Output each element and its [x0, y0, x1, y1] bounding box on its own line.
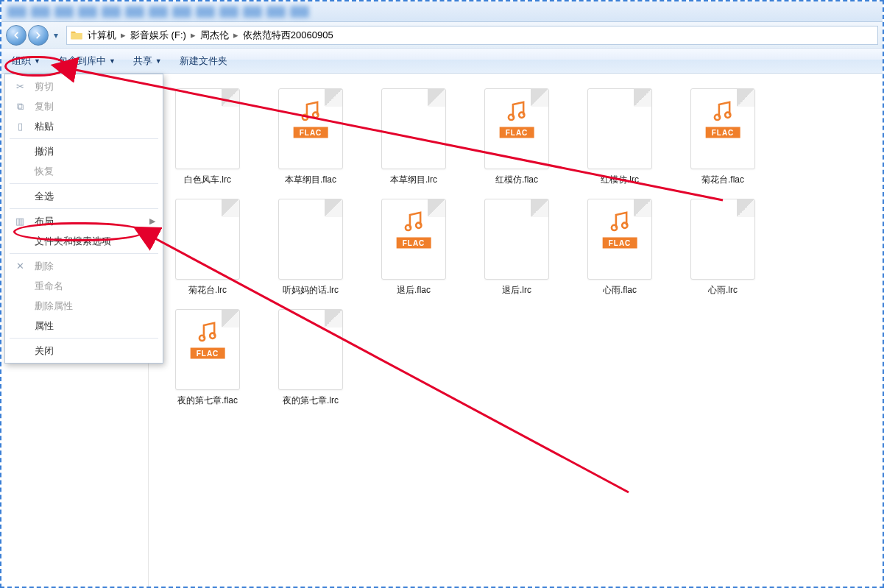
- music-note-icon: FLAC: [603, 208, 637, 248]
- file-item[interactable]: FLAC退后.flac: [362, 193, 465, 303]
- file-name: 菊花台.lrc: [188, 284, 227, 297]
- file-name: 夜的第七章.flac: [177, 394, 238, 407]
- menu-label: 撤消: [35, 145, 155, 158]
- file-item[interactable]: 心雨.lrc: [671, 193, 774, 303]
- file-name: 红模仿.lrc: [601, 174, 639, 186]
- menu-selectall[interactable]: 全选: [5, 186, 163, 206]
- menu-paste[interactable]: ▯ 粘贴: [5, 116, 163, 136]
- file-thumb: FLAC: [381, 199, 446, 280]
- flac-tag: FLAC: [191, 347, 225, 358]
- scissors-icon: ✂: [13, 81, 27, 92]
- share-button[interactable]: 共享▼: [133, 54, 162, 68]
- file-item[interactable]: FLAC夜的第七章.flac: [156, 303, 259, 414]
- svg-point-12: [210, 333, 215, 338]
- file-item[interactable]: FLAC心雨.flac: [568, 193, 671, 303]
- file-item[interactable]: 白色风车.lrc: [156, 82, 259, 193]
- arrow-right-icon: [33, 30, 43, 40]
- breadcrumb-computer[interactable]: 计算机▸: [88, 29, 130, 42]
- file-thumb: [587, 88, 652, 169]
- menu-label: 复制: [35, 100, 155, 113]
- menu-redo[interactable]: 恢复: [5, 161, 163, 181]
- file-item[interactable]: 本草纲目.lrc: [362, 82, 465, 193]
- menu-rename[interactable]: 重命名: [5, 276, 163, 296]
- file-name: 本草纲目.flac: [285, 174, 336, 186]
- title-bar: [1, 1, 883, 22]
- history-dropdown[interactable]: ▾: [50, 25, 62, 46]
- file-thumb: FLAC: [690, 88, 755, 169]
- breadcrumb-artist[interactable]: 周杰伦▸: [200, 29, 243, 42]
- organize-menu: ✂ 剪切 ⧉ 复制 ▯ 粘贴 撤消 恢复 全选 ▥ 布局 ▶: [4, 74, 163, 364]
- music-note-icon: FLAC: [191, 318, 225, 358]
- file-item[interactable]: FLAC红模仿.flac: [465, 82, 568, 193]
- menu-label: 关闭: [35, 344, 155, 358]
- svg-point-11: [199, 336, 205, 341]
- delete-icon: ✕: [13, 261, 27, 272]
- menu-close[interactable]: 关闭: [5, 341, 163, 361]
- file-item[interactable]: 红模仿.lrc: [568, 82, 671, 193]
- file-thumb: [381, 88, 446, 169]
- menu-folder-options[interactable]: 文件夹和搜索选项: [5, 231, 163, 251]
- svg-point-9: [612, 225, 617, 230]
- file-item[interactable]: FLAC本草纲目.flac: [259, 82, 362, 193]
- forward-button[interactable]: [28, 25, 49, 46]
- content-pane[interactable]: 白色风车.lrcFLAC本草纲目.flac本草纲目.lrcFLAC红模仿.fla…: [149, 74, 883, 587]
- flac-tag: FLAC: [500, 127, 534, 138]
- music-note-icon: FLAC: [500, 97, 534, 138]
- file-item[interactable]: FLAC菊花台.flac: [671, 82, 774, 193]
- file-thumb: [484, 199, 549, 280]
- menu-copy[interactable]: ⧉ 复制: [5, 96, 163, 116]
- file-grid: 白色风车.lrcFLAC本草纲目.flac本草纲目.lrcFLAC红模仿.fla…: [156, 82, 875, 414]
- file-thumb: [690, 199, 755, 280]
- breadcrumb-label: 计算机: [88, 29, 116, 42]
- menu-label: 剪切: [35, 80, 155, 93]
- menu-remove-properties[interactable]: 删除属性: [5, 296, 163, 316]
- file-name: 菊花台.flac: [701, 174, 744, 186]
- file-name: 夜的第七章.lrc: [283, 394, 339, 407]
- chevron-right-icon: ▶: [149, 216, 155, 226]
- menu-layout[interactable]: ▥ 布局 ▶: [5, 211, 163, 231]
- new-folder-button[interactable]: 新建文件夹: [180, 54, 227, 68]
- file-thumb: [175, 88, 240, 169]
- file-name: 退后.lrc: [502, 284, 531, 297]
- menu-label: 全选: [35, 190, 155, 203]
- back-button[interactable]: [6, 25, 26, 46]
- menu-label: 粘贴: [35, 120, 155, 133]
- breadcrumb-label: 依然范特西20060905: [243, 29, 333, 42]
- menu-label: 删除: [35, 260, 155, 273]
- menu-undo[interactable]: 撤消: [5, 141, 163, 161]
- file-item[interactable]: 菊花台.lrc: [156, 193, 259, 303]
- menu-label: 属性: [35, 319, 155, 333]
- include-in-library-button[interactable]: 包含到库中▼: [58, 54, 116, 68]
- file-name: 退后.flac: [397, 284, 431, 297]
- music-note-icon: FLAC: [294, 97, 328, 138]
- file-item[interactable]: 听妈妈的话.lrc: [259, 193, 362, 303]
- file-thumb: [278, 309, 343, 390]
- svg-point-10: [622, 222, 627, 227]
- menu-cut[interactable]: ✂ 剪切: [5, 77, 163, 96]
- menu-label: 文件夹和搜索选项: [35, 235, 155, 248]
- breadcrumb-label: 影音娱乐 (F:): [130, 29, 186, 42]
- svg-point-1: [303, 115, 308, 120]
- organize-button[interactable]: 组织▼: [12, 54, 40, 68]
- address-bar[interactable]: 计算机▸ 影音娱乐 (F:)▸ 周杰伦▸ 依然范特西20060905: [66, 26, 878, 45]
- breadcrumb-album[interactable]: 依然范特西20060905: [243, 29, 333, 42]
- breadcrumb-drive[interactable]: 影音娱乐 (F:)▸: [130, 29, 200, 42]
- flac-tag: FLAC: [397, 237, 431, 248]
- svg-point-4: [519, 112, 524, 117]
- menu-delete[interactable]: ✕ 删除: [5, 256, 163, 276]
- music-note-icon: FLAC: [706, 97, 740, 138]
- file-name: 白色风车.lrc: [184, 174, 231, 186]
- explorer-window: ▾ 计算机▸ 影音娱乐 (F:)▸ 周杰伦▸ 依然范特西20060905 组织▼…: [0, 0, 884, 588]
- file-name: 本草纲目.lrc: [390, 174, 437, 186]
- menu-label: 恢复: [35, 165, 155, 178]
- file-item[interactable]: 夜的第七章.lrc: [259, 303, 362, 414]
- file-name: 红模仿.flac: [495, 174, 538, 186]
- menu-properties[interactable]: 属性: [5, 316, 163, 336]
- file-item[interactable]: 退后.lrc: [465, 193, 568, 303]
- svg-point-7: [406, 225, 411, 230]
- newfolder-label: 新建文件夹: [180, 54, 227, 68]
- menu-label: 重命名: [35, 280, 155, 293]
- file-name: 心雨.flac: [603, 284, 637, 297]
- file-thumb: FLAC: [484, 88, 549, 169]
- paste-icon: ▯: [13, 121, 27, 132]
